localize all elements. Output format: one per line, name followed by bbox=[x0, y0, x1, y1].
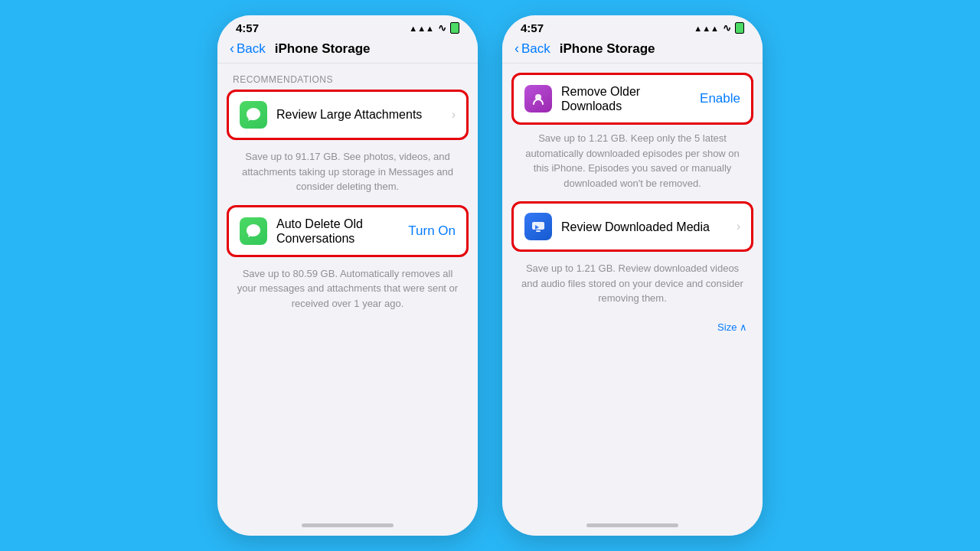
phone-content-2: Remove Older Downloads Enable Save up to… bbox=[502, 64, 763, 514]
messages-icon-1a bbox=[240, 101, 267, 129]
status-icons-2: ▲▲▲ ∿ ▮ bbox=[694, 22, 744, 34]
battery-icon-1: ▮ bbox=[450, 22, 459, 34]
card-container-1b: Auto Delete Old Conversations Turn On bbox=[217, 205, 478, 257]
svg-rect-2 bbox=[536, 230, 541, 232]
back-label-1[interactable]: Back bbox=[237, 41, 266, 57]
battery-icon-2: ▮ bbox=[735, 22, 744, 34]
signal-icon-1: ▲▲▲ bbox=[409, 24, 434, 33]
card-left-2a: Remove Older Downloads bbox=[524, 84, 700, 113]
card-chevron-1a: › bbox=[452, 108, 456, 122]
status-bar-1: 4:57 ▲▲▲ ∿ ▮ bbox=[217, 15, 478, 37]
nav-bar-1: ‹ Back iPhone Storage bbox=[217, 37, 478, 64]
review-large-attachments-card[interactable]: Review Large Attachments › bbox=[227, 90, 469, 140]
size-label[interactable]: Size ∧ bbox=[717, 321, 747, 333]
desc-block-1a: Save up to 91.17 GB. See photos, videos,… bbox=[217, 143, 478, 205]
status-time-1: 4:57 bbox=[236, 21, 259, 34]
podcasts-icon bbox=[524, 85, 552, 112]
back-button-1[interactable]: ‹ Back bbox=[230, 41, 266, 57]
phone-1: 4:57 ▲▲▲ ∿ ▮ ‹ Back iPhone Storage RECOM… bbox=[217, 15, 478, 536]
nav-title-2: iPhone Storage bbox=[560, 41, 655, 57]
card-container-1a: Review Large Attachments › bbox=[217, 90, 478, 140]
phone-2: 4:57 ▲▲▲ ∿ ▮ ‹ Back iPhone Storage bbox=[502, 15, 763, 536]
turn-on-button[interactable]: Turn On bbox=[408, 223, 456, 239]
messages-icon-1b bbox=[240, 217, 267, 245]
status-icons-1: ▲▲▲ ∿ ▮ bbox=[409, 22, 459, 34]
desc-text-1a: Save up to 91.17 GB. See photos, videos,… bbox=[233, 149, 462, 194]
desc-text-2a: Save up to 1.21 GB. Keep only the 5 late… bbox=[518, 131, 747, 191]
enable-button[interactable]: Enable bbox=[700, 91, 740, 106]
card-left-2b: Review Downloaded Media bbox=[524, 213, 710, 240]
card-label-1b: Auto Delete Old Conversations bbox=[276, 217, 408, 246]
card-label-1a: Review Large Attachments bbox=[276, 107, 422, 122]
tv-icon bbox=[524, 213, 552, 240]
card-left-1b: Auto Delete Old Conversations bbox=[240, 217, 408, 246]
desc-block-1b: Save up to 80.59 GB. Automatically remov… bbox=[217, 260, 478, 322]
back-label-2[interactable]: Back bbox=[521, 41, 550, 57]
remove-older-downloads-card[interactable]: Remove Older Downloads Enable bbox=[511, 73, 753, 125]
home-bar-1 bbox=[302, 523, 394, 527]
home-indicator-2 bbox=[502, 514, 763, 536]
status-time-2: 4:57 bbox=[521, 21, 544, 34]
svg-rect-1 bbox=[532, 222, 544, 230]
back-button-2[interactable]: ‹ Back bbox=[514, 41, 550, 57]
desc-block-2b: Save up to 1.21 GB. Review downloaded vi… bbox=[502, 255, 763, 317]
phone-content-1: RECOMMENDATIONS Review Large Attachments… bbox=[217, 64, 478, 514]
nav-bar-2: ‹ Back iPhone Storage bbox=[502, 37, 763, 64]
nav-title-1: iPhone Storage bbox=[275, 41, 371, 57]
auto-delete-conversations-card[interactable]: Auto Delete Old Conversations Turn On bbox=[227, 205, 469, 257]
wifi-icon-1: ∿ bbox=[438, 22, 446, 34]
wifi-icon-2: ∿ bbox=[723, 22, 731, 34]
card-label-2a: Remove Older Downloads bbox=[561, 84, 700, 113]
desc-text-1b: Save up to 80.59 GB. Automatically remov… bbox=[233, 266, 462, 311]
desc-text-2b: Save up to 1.21 GB. Review downloaded vi… bbox=[518, 261, 747, 306]
status-bar-2: 4:57 ▲▲▲ ∿ ▮ bbox=[502, 15, 763, 37]
review-downloaded-media-card[interactable]: Review Downloaded Media › bbox=[511, 201, 753, 252]
section-header-1: RECOMMENDATIONS bbox=[217, 64, 478, 90]
card-container-2a: Remove Older Downloads Enable bbox=[502, 64, 763, 125]
size-label-container: Size ∧ bbox=[502, 317, 763, 334]
chevron-left-icon-2: ‹ bbox=[514, 41, 519, 57]
card-left-1a: Review Large Attachments bbox=[240, 101, 422, 129]
card-label-2b: Review Downloaded Media bbox=[561, 220, 710, 234]
signal-icon-2: ▲▲▲ bbox=[694, 24, 719, 33]
card-chevron-2b: › bbox=[737, 220, 740, 233]
card-container-2b: Review Downloaded Media › bbox=[502, 201, 763, 252]
home-bar-2 bbox=[586, 523, 678, 527]
desc-block-2a: Save up to 1.21 GB. Keep only the 5 late… bbox=[502, 125, 763, 201]
home-indicator-1 bbox=[217, 514, 478, 536]
chevron-left-icon-1: ‹ bbox=[230, 41, 234, 57]
